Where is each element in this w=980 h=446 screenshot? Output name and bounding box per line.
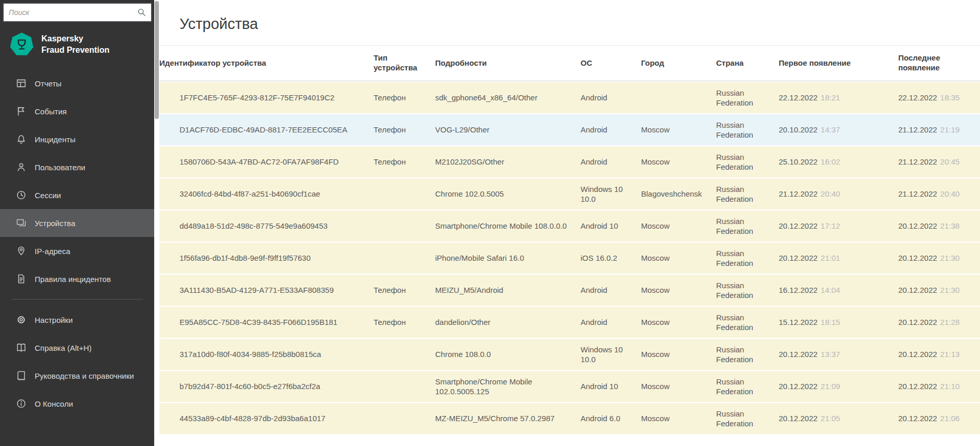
cell-first-seen: 20.12.2022 21:01 [779, 243, 898, 274]
last-seen-date: 20.12.2022 [898, 349, 937, 360]
sidebar-secondary-menu: Настройки Справка (Alt+H) Руководства и … [0, 306, 154, 418]
search-box [3, 3, 152, 22]
first-seen-time: 14:37 [821, 125, 840, 135]
main-content: Устройства Идентификатор устройства Тип … [159, 0, 980, 446]
sidebar-item[interactable]: Руководства и справочники [0, 362, 154, 390]
sidebar-item[interactable]: IP-адреса [0, 237, 154, 265]
last-seen-time: 21:28 [940, 317, 960, 328]
cell-os: Android 6.0 [581, 403, 641, 434]
first-seen-date: 15.12.2022 [779, 317, 818, 328]
cell-country: Russian Federation [716, 307, 779, 338]
cell-last-seen: 21.12.2022 20:45 [898, 146, 980, 177]
cell-last-seen: 21.12.2022 21:19 [898, 114, 980, 145]
cell-device-type [374, 243, 435, 274]
sidebar: Kaspersky Fraud Prevention Отчеты Событи… [0, 0, 154, 446]
column-header[interactable]: Страна [716, 58, 779, 68]
cell-country: Russian Federation [716, 82, 779, 113]
column-header[interactable]: Идентификатор устройства [159, 58, 374, 68]
first-seen-date: 20.10.2022 [779, 125, 818, 135]
first-seen-time: 21:01 [821, 253, 840, 263]
table-row[interactable]: 44533a89-c4bf-4828-97db-2d93ba6a1017 MZ-… [159, 403, 980, 434]
table-row[interactable]: 32406fcd-84bd-4f87-a251-b40690cf1cae Chr… [159, 179, 980, 210]
column-header[interactable]: Тип устройства [374, 53, 435, 73]
cell-device-id: 3A111430-B5AD-4129-A771-E533AF808359 [159, 275, 374, 306]
cell-device-type: Телефон [374, 307, 435, 338]
table-row[interactable]: b7b92d47-801f-4c60-b0c5-e27f6ba2cf2a Sma… [159, 371, 980, 402]
sidebar-item[interactable]: Устройства [0, 209, 154, 237]
table-row[interactable]: dd489a18-51d2-498c-8775-549e9a609453 Sma… [159, 211, 980, 242]
last-seen-date: 20.12.2022 [898, 381, 937, 392]
menu-label: Устройства [35, 219, 75, 228]
table-row[interactable]: 317a10d0-f80f-4034-9885-f25b8b0815ca Chr… [159, 339, 980, 370]
sidebar-item[interactable]: Сессии [0, 181, 154, 209]
cell-os: Windows 10 10.0 [581, 339, 641, 370]
sidebar-item[interactable]: Настройки [0, 306, 154, 334]
cell-device-type [374, 211, 435, 242]
search-input[interactable] [3, 3, 152, 22]
column-header[interactable]: Первое появление [779, 58, 898, 68]
sidebar-item[interactable]: Пользователи [0, 153, 154, 181]
table-row[interactable]: E95A85CC-75D8-4C39-8435-F066D195B181 Тел… [159, 307, 980, 338]
menu-label: События [35, 107, 67, 116]
cell-details: iPhone/Mobile Safari 16.0 [435, 243, 581, 274]
cell-last-seen: 22.12.2022 18:35 [898, 82, 980, 113]
cell-device-id: dd489a18-51d2-498c-8775-549e9a609453 [159, 211, 374, 242]
cell-country: Russian Federation [716, 275, 779, 306]
cell-city: Moscow [641, 211, 716, 242]
menu-label: Инциденты [35, 135, 76, 144]
search-icon[interactable] [137, 7, 147, 18]
first-seen-date: 16.12.2022 [779, 285, 818, 295]
sidebar-item[interactable]: Инциденты [0, 125, 154, 153]
menu-label: Пользователи [35, 163, 85, 172]
sidebar-item[interactable]: События [0, 97, 154, 125]
sidebar-item[interactable]: Правила инцидентов [0, 265, 154, 293]
cell-last-seen: 20.12.2022 21:30 [898, 243, 980, 274]
last-seen-date: 20.12.2022 [898, 413, 937, 424]
cell-device-type [374, 403, 435, 434]
cell-city: Moscow [641, 339, 716, 370]
sidebar-item[interactable]: О Консоли [0, 390, 154, 418]
first-seen-date: 22.12.2022 [779, 93, 818, 103]
cell-first-seen: 22.12.2022 18:21 [779, 82, 898, 113]
cell-first-seen: 15.12.2022 18:15 [779, 307, 898, 338]
sidebar-scrollbar[interactable] [154, 0, 159, 446]
sidebar-scrollbar-thumb[interactable] [155, 1, 159, 119]
menu-icon [16, 78, 27, 89]
cell-os: Android 10 [581, 211, 641, 242]
column-header[interactable]: Последнее появление [898, 53, 980, 73]
first-seen-time: 16:02 [821, 157, 840, 167]
menu-label: Правила инцидентов [35, 275, 111, 284]
first-seen-time: 21:09 [821, 381, 840, 392]
last-seen-time: 21:38 [940, 221, 960, 231]
cell-details: MZ-MEIZU_M5/Chrome 57.0.2987 [435, 403, 581, 434]
cell-os: Android 10 [581, 371, 641, 402]
cell-device-id: 1580706D-543A-47BD-AC72-0FA7AF98F4FD [159, 146, 374, 177]
first-seen-time: 18:15 [821, 317, 840, 328]
cell-details: VOG-L29/Other [435, 114, 581, 145]
cell-device-type [374, 179, 435, 210]
table-row[interactable]: D1ACF76D-EDBC-49AD-8817-7EE2EECC05EA Тел… [159, 114, 980, 145]
cell-os: Windows 10 10.0 [581, 179, 641, 210]
sidebar-item[interactable]: Отчеты [0, 69, 154, 97]
column-header[interactable]: Город [641, 58, 716, 68]
table-row[interactable]: 3A111430-B5AD-4129-A771-E533AF808359 Тел… [159, 275, 980, 306]
table-row[interactable]: 1580706D-543A-47BD-AC72-0FA7AF98F4FD Тел… [159, 146, 980, 177]
first-seen-time: 14:04 [821, 285, 840, 295]
cell-first-seen: 20.12.2022 13:37 [779, 339, 898, 370]
cell-device-type: Телефон [374, 82, 435, 113]
menu-label: О Консоли [35, 399, 73, 408]
cell-country: Russian Federation [716, 243, 779, 274]
cell-last-seen: 20.12.2022 21:38 [898, 211, 980, 242]
sidebar-item[interactable]: Справка (Alt+H) [0, 334, 154, 362]
menu-icon [16, 342, 27, 353]
column-header[interactable]: ОС [581, 58, 641, 68]
table-row[interactable]: 1f56fa96-db1f-4db8-9e9f-f9ff19f57630 iPh… [159, 243, 980, 274]
menu-label: Руководства и справочники [35, 371, 134, 380]
menu-icon [16, 217, 27, 229]
cell-device-type: Телефон [374, 114, 435, 145]
brand-text: Kaspersky Fraud Prevention [41, 33, 110, 55]
column-header[interactable]: Подробности [435, 58, 581, 68]
cell-first-seen: 20.10.2022 14:37 [779, 114, 898, 145]
cell-country: Russian Federation [716, 339, 779, 370]
table-row[interactable]: 1F7FC4E5-765F-4293-812F-75E7F94019C2 Тел… [159, 82, 980, 113]
